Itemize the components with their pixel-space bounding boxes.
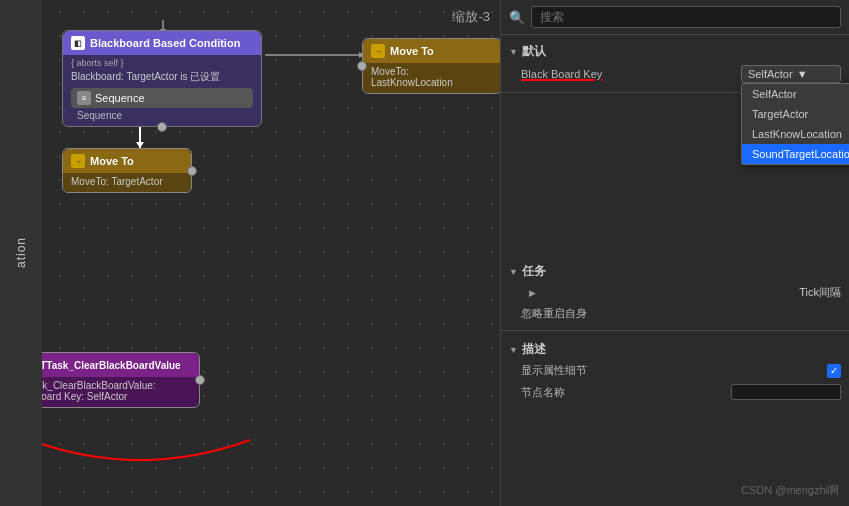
blackboard-key-value: SelfActor ▼ SelfActor TargetActor LastKn… (681, 65, 841, 83)
moveto-top-detail: MoveTo: LastKnowLocation (371, 66, 493, 88)
moveto-mid-right-connector (187, 166, 197, 176)
blackboard-title: Blackboard Based Condition (90, 37, 240, 49)
tick-label: Tick间隔 (799, 285, 841, 300)
moveto-top-icon: → (371, 44, 385, 58)
section-default-arrow: ▼ (509, 47, 518, 57)
section-default: ▼ 默认 Black Board Key SelfActor ▼ SelfAct… (501, 35, 849, 90)
sequence-subnode: ≡ Sequence (71, 88, 253, 108)
right-panel: 🔍 ▼ 默认 Black Board Key SelfActor ▼ SelfA… (500, 0, 849, 506)
zoom-label: 缩放-3 (452, 8, 490, 26)
section-desc-header[interactable]: ▼ 描述 (509, 337, 841, 360)
section-default-label: 默认 (522, 43, 546, 60)
left-strip: ation (0, 0, 42, 506)
show-detail-checkbox[interactable]: ✓ (827, 364, 841, 378)
section-desc-label: 描述 (522, 341, 546, 358)
moveto-mid-title: Move To (90, 155, 134, 167)
moveto-mid-icon: → (71, 154, 85, 168)
node-name-label: 节点名称 (521, 385, 681, 400)
moveto-top-title: Move To (390, 45, 434, 57)
restart-label: 忽略重启自身 (521, 306, 841, 321)
show-detail-value: ✓ (681, 364, 841, 378)
moveto-mid-header: → Move To (63, 149, 191, 173)
moveto-mid-body: MoveTo: TargetActor (63, 173, 191, 192)
section-task: ▼ 任务 ▶ Tick间隔 忽略重启自身 (501, 255, 849, 328)
dropdown-item-lastknowlocation[interactable]: LastKnowLocation (742, 124, 849, 144)
sequence-sub: Sequence (71, 110, 253, 121)
dropdown-item-targetactor[interactable]: TargetActor (742, 104, 849, 124)
blackboard-key-dropdown-menu: SelfActor TargetActor LastKnowLocation S… (741, 83, 849, 165)
node-name-input[interactable] (731, 384, 841, 400)
canvas-area: 缩放-3 ◧ Blackboard Based Condition { abor… (0, 0, 500, 506)
dropdown-item-selfactor[interactable]: SelfActor (742, 84, 849, 104)
search-bar: 🔍 (501, 0, 849, 35)
blackboard-detail: Blackboard: TargetActor is 已设置 (71, 70, 253, 84)
dropdown-selected-label: SelfActor (748, 68, 793, 80)
node-moveto-mid[interactable]: → Move To MoveTo: TargetActor (62, 148, 192, 193)
node-name-row: 节点名称 (509, 381, 841, 403)
moveto-top-body: MoveTo: LastKnowLocation (363, 63, 500, 93)
node-moveto-top[interactable]: → Move To MoveTo: LastKnowLocation (362, 38, 500, 94)
sequence-label: Sequence (95, 92, 145, 104)
restart-row: 忽略重启自身 (509, 303, 841, 324)
search-input[interactable] (531, 6, 841, 28)
moveto-top-header: → Move To (363, 39, 500, 63)
node-name-value-wrap (681, 384, 841, 400)
tick-collapsed-arrow: ▶ (529, 288, 536, 298)
show-detail-label: 显示属性细节 (521, 363, 681, 378)
blackboard-body: { aborts self } Blackboard: TargetActor … (63, 55, 261, 126)
blackboard-key-row: Black Board Key SelfActor ▼ SelfActor Ta… (509, 62, 841, 86)
section-description: ▼ 描述 显示属性细节 ✓ 节点名称 (501, 333, 849, 407)
watermark: CSDN @mengzhi啊 (741, 483, 839, 498)
section-task-arrow: ▼ (509, 267, 518, 277)
show-detail-row: 显示属性细节 ✓ (509, 360, 841, 381)
node-blackboard-condition[interactable]: ◧ Blackboard Based Condition { aborts se… (62, 30, 262, 127)
sequence-icon: ≡ (77, 91, 91, 105)
divider-2 (501, 330, 849, 331)
clear-title: BTTask_ClearBlackBoardValue (33, 360, 181, 371)
section-default-header[interactable]: ▼ 默认 (509, 39, 841, 62)
blackboard-key-dropdown-btn[interactable]: SelfActor ▼ (741, 65, 841, 83)
blackboard-subtitle: { aborts self } (71, 58, 253, 68)
blackboard-key-dropdown-wrapper: SelfActor ▼ SelfActor TargetActor LastKn… (741, 65, 841, 83)
search-icon: 🔍 (509, 10, 525, 25)
moveto-mid-detail: MoveTo: TargetActor (71, 176, 183, 187)
dropdown-chevron-icon: ▼ (797, 68, 808, 80)
left-strip-text: ation (14, 237, 28, 268)
dropdown-item-soundtarget[interactable]: SoundTargetLocation (742, 144, 849, 164)
section-task-header[interactable]: ▼ 任务 (509, 259, 841, 282)
moveto-top-left-connector (357, 61, 367, 71)
blackboard-icon: ◧ (71, 36, 85, 50)
section-task-label: 任务 (522, 263, 546, 280)
clear-right-connector (195, 375, 205, 385)
section-desc-arrow: ▼ (509, 345, 518, 355)
tick-row: ▶ Tick间隔 (509, 282, 841, 303)
blackboard-key-label: Black Board Key (521, 68, 681, 80)
node-blackboard-header: ◧ Blackboard Based Condition (63, 31, 261, 55)
blackboard-bottom-connector (157, 122, 167, 132)
